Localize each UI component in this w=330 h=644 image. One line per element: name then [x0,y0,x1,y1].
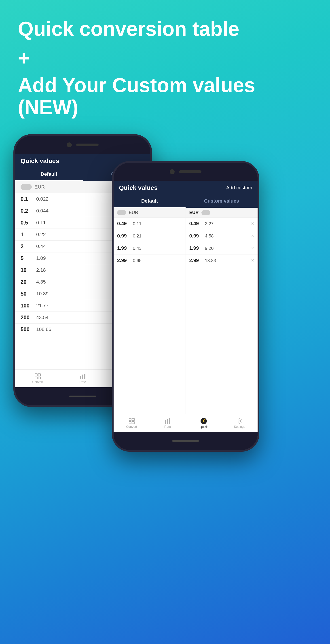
phone1-nav-convert-label: Convert [32,380,43,384]
phone2-currency-left: EUR [129,210,138,215]
delete-icon[interactable]: × [251,245,254,251]
phone-2: Quick values Add custom Default Custom v… [112,161,259,452]
phone2-camera [170,169,174,174]
phone2-nav-settings[interactable]: Settings [222,414,258,432]
phone2-nav-settings-label: Settings [234,425,245,428]
phone2-nav-quick-label: Quick [200,425,208,429]
delete-icon[interactable]: × [251,258,254,264]
phone2-add-custom[interactable]: Add custom [226,185,252,191]
phone2-currency-right-label: EUR [189,210,199,215]
phone2-custom-side: EUR 0.49 2.27 × 0.99 4.58 × 1.99 [186,208,258,414]
phone2-tabs: Default Custom values [114,195,258,208]
svg-rect-6 [84,374,86,379]
phone1-nav-convert[interactable]: Convert [15,370,60,387]
phone1-tab-default[interactable]: Default [15,168,83,181]
phone2-custom-currency: EUR [186,208,258,218]
header-plus: + [18,47,312,70]
delete-icon[interactable]: × [251,221,254,226]
phone2-tab-default[interactable]: Default [114,195,186,208]
grid-icon [129,418,134,424]
phone2-nav-rate-label: Rate [164,425,171,428]
svg-rect-12 [167,419,168,424]
phone1-notch [15,136,150,154]
phone1-speaker [76,144,98,146]
table-row: 1.99 9.20 × [186,242,258,254]
header-subtitle: Add Your Custom values (NEW) [18,74,312,118]
bar-icon [80,374,86,379]
phone2-nav-rate[interactable]: Rate [150,414,186,432]
table-row: 0.49 0.11 [114,218,186,230]
phone1-home-indicator [69,396,96,397]
svg-rect-11 [165,420,166,424]
phone1-currency-left: EUR [34,184,45,190]
phone2-speaker [179,170,202,173]
svg-rect-8 [132,418,134,420]
delete-icon[interactable]: × [251,233,254,239]
svg-rect-0 [35,374,37,376]
phone1-nav-rate[interactable]: Rate [60,370,105,387]
svg-rect-1 [38,374,40,376]
phone2-home-indicator [172,440,199,442]
phone2-nav-convert-label: Convert [126,425,137,428]
phone2-default-side: EUR 0.49 0.11 0.99 0.21 1.99 0.43 [114,208,186,414]
phone2-default-currency: EUR [114,208,186,218]
svg-rect-2 [35,377,37,379]
phone2-toggle-left[interactable] [117,210,126,215]
svg-rect-13 [169,418,170,424]
phone2-nav-convert[interactable]: Convert [114,414,150,432]
table-row: 1.99 0.43 [114,242,186,254]
phone2-app-header: Quick values Add custom [114,181,258,195]
phone1-camera [67,142,72,147]
header-section: Quick conversion table + Add Your Custom… [18,18,312,118]
phone2-bottom-nav: Convert Rate ⚡ Quick [114,414,258,432]
phone1-nav-rate-label: Rate [79,380,86,384]
phone2-nav-quick[interactable]: ⚡ Quick [186,414,222,432]
phone2-notch [114,163,258,181]
svg-rect-5 [82,374,84,379]
table-row: 0.99 0.21 [114,230,186,242]
phone1-app-title: Quick values [20,158,59,164]
table-row: 2.99 13.83 × [186,254,258,266]
svg-rect-4 [80,376,82,379]
lightning-icon: ⚡ [200,418,207,424]
grid-icon [35,374,41,379]
phone2-screen: Quick values Add custom Default Custom v… [114,181,258,432]
bar-chart-icon [165,418,170,424]
phone2-tab-custom[interactable]: Custom values [186,195,258,208]
phone2-content: EUR 0.49 0.11 0.99 0.21 1.99 0.43 [114,208,258,414]
svg-rect-7 [129,418,131,420]
svg-rect-10 [132,422,134,424]
header-title: Quick conversion table [18,18,312,40]
phone1-toggle[interactable] [20,184,32,190]
svg-rect-9 [129,422,131,424]
phone2-toggle-right[interactable] [202,210,210,215]
table-row: 2.99 0.65 [114,254,186,266]
table-row: 0.49 2.27 × [186,218,258,230]
svg-point-14 [239,420,240,422]
table-row: 0.99 4.58 × [186,230,258,242]
svg-rect-3 [38,377,40,379]
phone2-app-title: Quick values [119,184,158,192]
settings-icon [237,418,242,424]
phone2-bottom [114,432,258,450]
